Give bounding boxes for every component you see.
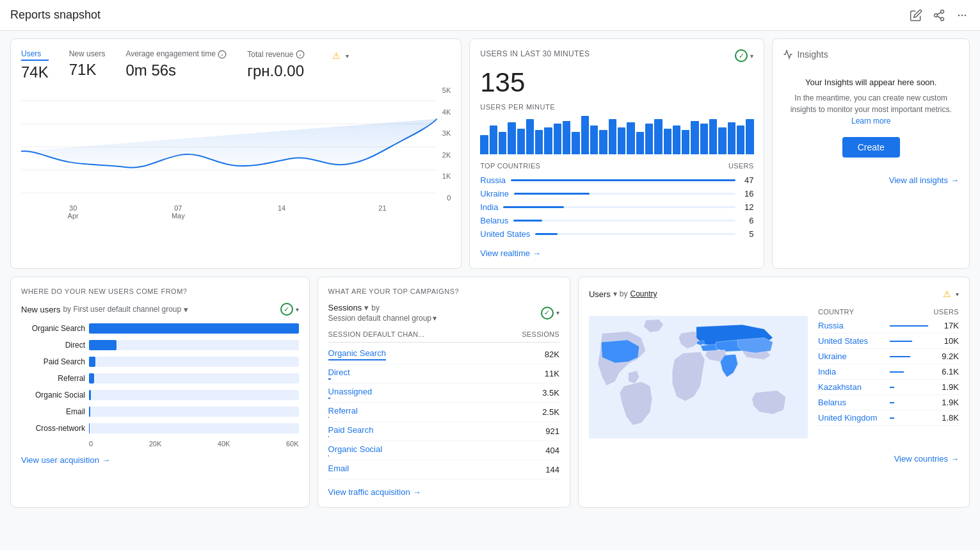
hbar-paid-search: Paid Search bbox=[21, 357, 299, 367]
page-header: Reports snapshot bbox=[0, 0, 980, 31]
new-users-label: New users bbox=[69, 49, 106, 58]
map-row-russia: Russia 17K bbox=[818, 318, 959, 334]
campaigns-filter: Sessions ▾ by Session default channel gr… bbox=[328, 303, 559, 323]
campaigns-sub-filter: Session default channel group ▾ bbox=[328, 314, 437, 323]
revenue-badge: ⚠ ▾ bbox=[330, 49, 349, 62]
campaign-row-direct: Direct 11K bbox=[328, 364, 559, 384]
users-value: 74K bbox=[21, 63, 49, 81]
mini-bar bbox=[746, 119, 753, 154]
mini-bar bbox=[526, 119, 534, 154]
realtime-card: USERS IN LAST 30 MINUTES ✓ ▾ 135 USERS P… bbox=[469, 38, 764, 269]
insights-card: Insights Your Insights will appear here … bbox=[772, 38, 970, 269]
create-button[interactable]: Create bbox=[842, 137, 900, 158]
map-row-ukraine: Ukraine 9.2K bbox=[818, 349, 959, 364]
map-row-us: United States 10K bbox=[818, 334, 959, 349]
mini-bar bbox=[636, 132, 644, 154]
mini-bar bbox=[490, 125, 497, 154]
country-row-us: United States 5 bbox=[480, 227, 753, 241]
avg-engagement-label: Average engagement time bbox=[125, 49, 227, 59]
check-icon-camp: ✓ bbox=[541, 307, 554, 319]
campaigns-table-header: SESSION DEFAULT CHAN... SESSIONS bbox=[328, 330, 559, 343]
mini-bar bbox=[682, 130, 689, 154]
users-card: Users 74K New users 71K Average engageme… bbox=[10, 38, 462, 269]
top-row: Users 74K New users 71K Average engageme… bbox=[10, 38, 970, 269]
share-icon[interactable] bbox=[931, 8, 947, 23]
mini-bar bbox=[544, 127, 552, 154]
realtime-count: 135 bbox=[480, 67, 753, 98]
country-row-ukraine: Ukraine 16 bbox=[480, 187, 753, 200]
campaign-row-referral: Referral 2.5K bbox=[328, 403, 559, 422]
map-table-header: COUNTRY USERS bbox=[818, 308, 959, 316]
hbar-direct: Direct bbox=[21, 340, 299, 350]
insights-body-title: Your Insights will appear here soon. bbox=[788, 77, 954, 87]
view-campaigns-link[interactable]: View traffic acquisition → bbox=[328, 487, 559, 497]
mini-bar bbox=[709, 119, 717, 154]
mini-bar bbox=[618, 127, 625, 154]
mini-bar bbox=[728, 122, 735, 154]
insights-title: Insights bbox=[797, 49, 828, 60]
mini-bar bbox=[654, 119, 662, 154]
total-revenue-metric: Total revenue ⚠ ▾ грн.0.00 bbox=[247, 49, 348, 81]
view-acquisition-link[interactable]: View user acquisition → bbox=[21, 455, 299, 465]
mini-bar bbox=[599, 130, 607, 154]
acquisition-filter-label: New users by First user default channel … bbox=[21, 305, 188, 314]
country-row-belarus: Belarus 6 bbox=[480, 214, 753, 227]
map-row-belarus: Belarus 1.9K bbox=[818, 395, 959, 410]
map-row-uk: United Kingdom 1.8K bbox=[818, 410, 959, 426]
check-icon-acq: ✓ bbox=[280, 303, 293, 316]
view-countries-link[interactable]: View countries → bbox=[589, 454, 959, 464]
realtime-header: USERS IN LAST 30 MINUTES ✓ ▾ bbox=[480, 49, 753, 62]
svg-point-7 bbox=[965, 14, 967, 16]
map-card: Users ▾ by Country ⚠ ▾ bbox=[578, 277, 970, 508]
dashboard: Users 74K New users 71K Average engageme… bbox=[0, 31, 980, 515]
svg-point-0 bbox=[941, 10, 944, 13]
view-realtime-link[interactable]: View realtime → bbox=[480, 248, 753, 258]
campaigns-filter-label: Sessions ▾ by bbox=[328, 303, 437, 312]
acquisition-bar-chart: Organic Search Direct Paid Search Referr… bbox=[21, 323, 299, 448]
insights-icon bbox=[783, 49, 793, 60]
per-minute-label: USERS PER MINUTE bbox=[480, 103, 753, 111]
hbar-email: Email bbox=[21, 407, 299, 417]
map-filter: Users ▾ by Country ⚠ ▾ bbox=[589, 287, 959, 300]
mini-bar bbox=[572, 132, 579, 154]
mini-bar bbox=[517, 129, 525, 154]
svg-point-6 bbox=[961, 14, 963, 16]
world-map-svg bbox=[589, 313, 808, 441]
svg-point-1 bbox=[935, 13, 938, 17]
new-users-metric: New users 71K bbox=[69, 49, 106, 81]
mini-bar bbox=[480, 135, 488, 154]
x-axis: 30Apr 07May 14 21 bbox=[21, 204, 451, 220]
country-row-russia: Russia 47 bbox=[480, 174, 753, 187]
metrics-row: Users 74K New users 71K Average engageme… bbox=[21, 49, 451, 81]
mini-bar bbox=[554, 124, 561, 154]
campaigns-card: WHAT ARE YOUR TOP CAMPAIGNS? Sessions ▾ … bbox=[317, 277, 570, 508]
hbar-organic-search: Organic Search bbox=[21, 323, 299, 334]
realtime-badge: ✓ ▾ bbox=[735, 49, 753, 62]
mini-bar bbox=[645, 124, 653, 154]
acquisition-card: WHERE DO YOUR NEW USERS COME FROM? New u… bbox=[10, 277, 310, 508]
check-icon: ✓ bbox=[735, 49, 748, 62]
learn-more-link[interactable]: Learn more bbox=[851, 117, 890, 125]
mini-bar bbox=[590, 125, 598, 154]
total-revenue-value: грн.0.00 bbox=[247, 62, 348, 80]
y-axis: 5K 4K 3K 2K 1K 0 bbox=[433, 86, 451, 202]
users-label[interactable]: Users bbox=[21, 49, 49, 61]
hbar-cross-network: Cross-network bbox=[21, 423, 299, 433]
hbar-x-axis: 0 20K 40K 60K bbox=[21, 440, 299, 448]
mini-bar bbox=[581, 116, 589, 154]
svg-line-3 bbox=[937, 16, 941, 18]
insights-header: Insights bbox=[783, 49, 959, 60]
map-filter-label: Users ▾ by Country bbox=[589, 289, 657, 299]
campaign-row-paid-search: Paid Search 921 bbox=[328, 422, 559, 441]
view-all-insights-link[interactable]: View all insights → bbox=[783, 175, 959, 185]
mini-bar bbox=[691, 121, 698, 154]
insights-body: Your Insights will appear here soon. In … bbox=[783, 67, 959, 168]
mini-bar bbox=[673, 125, 680, 154]
mini-bar bbox=[508, 122, 515, 154]
svg-point-2 bbox=[941, 17, 944, 20]
edit-icon[interactable] bbox=[908, 8, 924, 23]
mini-bar bbox=[563, 121, 570, 154]
mini-bar bbox=[499, 132, 506, 154]
acquisition-filter: New users by First user default channel … bbox=[21, 303, 299, 316]
more-icon[interactable] bbox=[954, 8, 970, 23]
